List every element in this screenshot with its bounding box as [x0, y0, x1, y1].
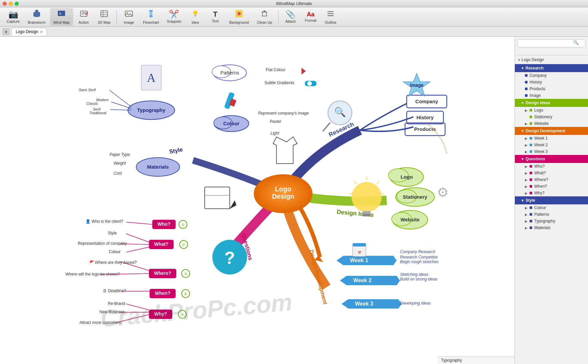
- close-button[interactable]: [3, 2, 7, 6]
- brainstorm-label: Brainstorm: [28, 20, 45, 24]
- design-ideas-label: Design Ideas: [526, 101, 550, 105]
- colour-label: Colour: [534, 205, 546, 210]
- svg-text:Style: Style: [169, 146, 183, 155]
- svg-text:A: A: [147, 71, 156, 84]
- sidebar-item-why[interactable]: ▶ Why?: [515, 190, 588, 196]
- search-input[interactable]: [518, 39, 585, 47]
- research-label: Research: [526, 66, 544, 70]
- image-label: Image: [530, 93, 541, 98]
- toolbar-sep-2: [278, 10, 278, 24]
- mindmap-label: Mind Map: [53, 20, 69, 24]
- sidebar-section-design-ideas[interactable]: ▾ Design Ideas: [515, 99, 588, 107]
- typography-panel: Typography: [438, 356, 515, 364]
- snippets-icon: ✂️: [169, 10, 179, 18]
- products-dot: [525, 87, 528, 90]
- canvas[interactable]: Research Company History Products Image …: [0, 37, 515, 364]
- sidebar-section-questions[interactable]: ▾ Questions: [515, 155, 588, 163]
- sidebar-item-who[interactable]: ▶ Who?: [515, 163, 588, 170]
- background-button[interactable]: Background: [226, 8, 252, 26]
- text-button[interactable]: T Text: [206, 9, 225, 24]
- svg-line-152: [354, 181, 357, 184]
- sidebar-section-research[interactable]: ▾ Research: [515, 64, 588, 72]
- attach-button[interactable]: 📎 Attach: [281, 9, 300, 25]
- sidebar-item-where[interactable]: ▶ Where?: [515, 176, 588, 183]
- twodmap-button[interactable]: 2D Map: [94, 8, 114, 26]
- cleanup-button[interactable]: Clean Up: [253, 8, 275, 26]
- svg-text:Representation of company: Representation of company: [78, 241, 127, 246]
- logo-dot: [530, 109, 532, 112]
- svg-text:👤 Who is the client?: 👤 Who is the client?: [85, 219, 123, 224]
- svg-text:Classic: Classic: [86, 102, 98, 106]
- svg-text:Logo: Logo: [275, 185, 291, 193]
- mindmap-button[interactable]: A Mind Map: [50, 8, 73, 26]
- svg-text:Begin rough sketches: Begin rough sketches: [400, 259, 438, 264]
- sidebar-item-colour[interactable]: ▶ Colour: [515, 204, 588, 211]
- background-label: Background: [229, 20, 249, 24]
- add-tab-button[interactable]: +: [3, 28, 9, 35]
- week1-label: Week 1: [534, 136, 548, 141]
- week3-dot: [530, 150, 532, 153]
- sidebar-section-style[interactable]: ▾ Style: [515, 196, 588, 204]
- snippets-button[interactable]: ✂️ Snippets: [164, 9, 185, 25]
- sidebar-item-materials[interactable]: ▶ Materials: [515, 224, 588, 231]
- action-button[interactable]: Action: [74, 8, 93, 26]
- tab-logo-design[interactable]: Logo Design ✕: [11, 28, 47, 35]
- idea-icon: [191, 9, 200, 19]
- attach-label: Attach: [285, 19, 296, 23]
- action-label: Action: [78, 20, 89, 24]
- sidebar-item-patterns[interactable]: ▶ Patterns: [515, 211, 588, 218]
- idea-button[interactable]: Idea: [186, 8, 205, 26]
- brainstorm-icon: [32, 9, 41, 19]
- svg-text:Cost: Cost: [114, 171, 122, 176]
- outline-button[interactable]: Outline: [321, 8, 340, 26]
- toolbar-sep-1: [117, 10, 117, 24]
- sidebar-item-website[interactable]: ▶ Website: [515, 120, 588, 127]
- sidebar-item-what[interactable]: ▶ What?: [515, 170, 588, 176]
- sidebar-item-when[interactable]: ▶ When?: [515, 183, 588, 190]
- svg-text:A: A: [59, 11, 61, 15]
- sidebar-item-company[interactable]: Company: [515, 72, 588, 79]
- brainstorm-button[interactable]: Brainstorm: [24, 8, 49, 26]
- website-dot: [530, 122, 532, 125]
- cleanup-label: Clean Up: [257, 20, 272, 24]
- tab-close-button[interactable]: ✕: [40, 30, 43, 34]
- svg-text:Week 2: Week 2: [353, 278, 372, 283]
- materials-label: Materials: [534, 225, 551, 230]
- why-dot: [530, 192, 532, 194]
- products-label: Products: [530, 86, 545, 91]
- sidebar-item-stationery[interactable]: Stationery: [515, 114, 588, 120]
- sidebar-item-week3[interactable]: ▶ Week 3: [515, 148, 588, 155]
- sidebar-item-logo[interactable]: ▶ Logo: [515, 107, 588, 114]
- image-button[interactable]: Image: [120, 8, 138, 26]
- patterns-dot: [530, 213, 532, 216]
- format-button[interactable]: Aa Format: [301, 10, 320, 24]
- sidebar-item-image[interactable]: Image: [515, 92, 588, 99]
- where-label: Where?: [534, 177, 548, 182]
- sidebar-item-history[interactable]: History: [515, 79, 588, 85]
- svg-text:🔍: 🔍: [334, 107, 346, 118]
- svg-text:Patterns: Patterns: [220, 70, 239, 75]
- sidebar-item-week1[interactable]: ▶ Week 1: [515, 135, 588, 142]
- capture-button[interactable]: 📷 Capture: [3, 9, 23, 25]
- sidebar-item-products[interactable]: Products: [515, 85, 588, 92]
- svg-text:Where?: Where?: [154, 270, 171, 276]
- sidebar-item-week2[interactable]: ▶ Week 2: [515, 142, 588, 148]
- svg-text:History: History: [416, 115, 434, 120]
- svg-text:Sans Serif: Sans Serif: [79, 88, 96, 92]
- flowchart-button[interactable]: Flowchart: [140, 8, 162, 26]
- traffic-lights: [3, 2, 19, 6]
- company-label: Company: [530, 73, 547, 78]
- minimize-button[interactable]: [9, 2, 13, 6]
- where-dot: [530, 178, 532, 181]
- svg-text:Company: Company: [415, 99, 438, 104]
- design-dev-label: Design Development: [526, 129, 565, 133]
- svg-text:①: ①: [181, 223, 185, 227]
- maximize-button[interactable]: [15, 2, 19, 6]
- who-label: Who?: [534, 164, 545, 169]
- sidebar-section-design-dev[interactable]: ▾ Design Development: [515, 127, 588, 135]
- format-icon: Aa: [307, 11, 315, 17]
- svg-line-106: [110, 90, 131, 107]
- svg-text:Materials: Materials: [147, 164, 169, 170]
- svg-text:⑤: ⑤: [181, 313, 184, 317]
- sidebar-item-typography[interactable]: ▶ Typography: [515, 218, 588, 224]
